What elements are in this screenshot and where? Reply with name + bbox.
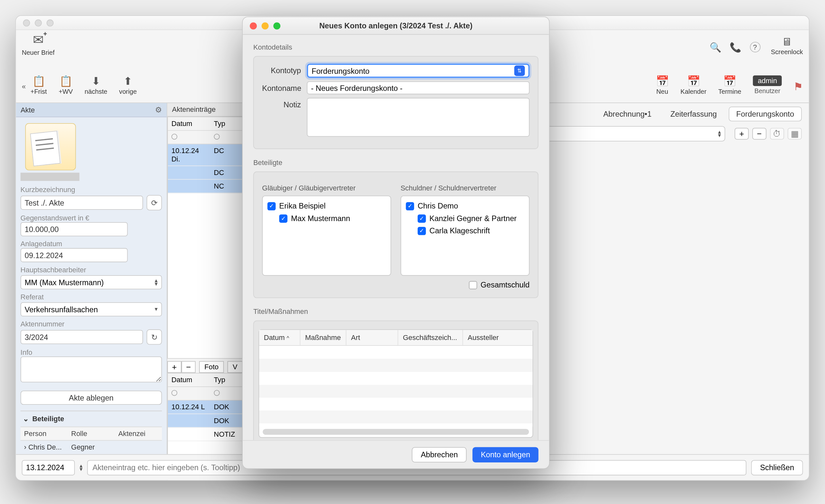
party-check[interactable]: ✓Carla Klageschrift <box>406 224 524 236</box>
date-input[interactable] <box>22 460 75 475</box>
schuldner-list: ✓Chris Demo ✓Kanzlei Gegner & Partner ✓C… <box>400 196 529 276</box>
help-icon[interactable]: ? <box>750 42 760 53</box>
prev-button[interactable]: ⬆vorige <box>119 75 137 95</box>
create-button[interactable]: Konto anlegen <box>472 447 538 462</box>
traffic-lights-disabled <box>23 19 54 26</box>
notiz-textarea[interactable] <box>307 98 529 137</box>
tab-forderungskonto[interactable]: Forderungskonto <box>729 107 802 122</box>
ablegen-button[interactable]: Akte ablegen <box>21 390 162 405</box>
kontoname-input[interactable] <box>307 81 529 94</box>
chevron-down-icon[interactable]: ⌄ <box>23 415 29 423</box>
stepper-icon[interactable]: ▴▾ <box>80 464 82 471</box>
col-datum[interactable]: Datum ^ <box>259 330 300 346</box>
party-check[interactable]: ✓Kanzlei Gegner & Partner <box>406 212 524 224</box>
remove-konto-button[interactable]: − <box>752 128 766 140</box>
kurz-label: Kurzbezeichnung <box>21 186 162 194</box>
tab-zeiterfassung[interactable]: Zeiterfassung <box>663 107 724 121</box>
radio-icon[interactable] <box>171 134 177 140</box>
titel-label: Titel/Maßnahmen <box>253 307 538 316</box>
col-art[interactable]: Art <box>347 330 398 346</box>
entry-row[interactable]: NOTIZ <box>168 428 242 441</box>
aktennr-input[interactable] <box>21 330 143 344</box>
glaeubiger-header: Gläubiger / Gläubigervertreter <box>262 184 391 192</box>
kontodetails-label: Kontodetails <box>253 43 538 51</box>
collapse-icon[interactable]: « <box>22 79 26 91</box>
radio-icon[interactable] <box>214 134 220 140</box>
close-button[interactable]: Schließen <box>751 460 803 475</box>
entries-panel: Akteneinträge DatumTyp 10.12.24 Di.DC DC… <box>167 103 243 480</box>
entries-table-top: DatumTyp 10.12.24 Di.DC DC NC <box>167 117 243 359</box>
clock-button[interactable]: ⏱ <box>770 128 784 140</box>
new-letter-icon[interactable]: ✉+ <box>33 32 44 48</box>
screenlock-label: Screenlock <box>771 48 803 56</box>
info-label: Info <box>21 348 162 356</box>
history-button[interactable]: ↻ <box>147 329 162 345</box>
anlagedatum-input[interactable] <box>21 248 128 262</box>
table-row[interactable]: › Chris De...Gegner <box>21 440 162 453</box>
anlagedatum-label: Anlagedatum <box>21 240 162 248</box>
flag-icon[interactable]: ⚑ <box>794 77 803 93</box>
calendar-plus-icon: 📅 <box>656 75 669 88</box>
referat-select[interactable]: Verkehrsunfallsachen▾ <box>21 302 162 316</box>
hsb-label: Hauptsachbearbeiter <box>21 266 162 274</box>
radio-icon[interactable] <box>214 390 220 396</box>
clipboard-icon: 📋 <box>59 75 72 88</box>
party-check[interactable]: ✓Erika Beispiel <box>268 200 386 212</box>
col-gz[interactable]: Geschäftszeich... <box>398 330 463 346</box>
entry-row[interactable]: NC <box>168 180 242 193</box>
wv-button[interactable]: 📋+WV <box>59 75 73 95</box>
kontotyp-label: Kontotyp <box>262 64 307 75</box>
neu-button[interactable]: 📅Neu <box>656 75 669 95</box>
phone-icon[interactable]: 📞 <box>730 42 742 53</box>
glaeubiger-list: ✓Erika Beispiel ✓Max Mustermann <box>262 196 391 276</box>
gsw-input[interactable] <box>21 222 128 236</box>
info-textarea[interactable] <box>21 356 162 382</box>
referat-label: Referat <box>21 293 162 301</box>
col-massnahme[interactable]: Maßnahme <box>300 330 347 346</box>
admin-badge: admin <box>753 75 782 86</box>
col-aussteller[interactable]: Aussteller <box>463 330 533 346</box>
scrollbar[interactable] <box>262 429 529 435</box>
party-check[interactable]: ✓Chris Demo <box>406 200 524 212</box>
remove-button[interactable]: − <box>181 361 196 373</box>
chevron-updown-icon: ⇅ <box>514 65 525 76</box>
entry-row[interactable]: DC <box>168 166 242 179</box>
settings-button[interactable]: ▦ <box>788 128 802 140</box>
new-letter-label: Neuer Brief <box>22 49 55 56</box>
termine-button[interactable]: 📅Termine <box>718 75 742 95</box>
schuldner-header: Schuldner / Schuldnervertreter <box>400 184 529 192</box>
cancel-button[interactable]: Abbrechen <box>412 447 467 462</box>
lock-icon: 🖥 <box>781 36 792 48</box>
calendar-icon: 📅 <box>687 75 700 88</box>
next-button[interactable]: ⬇nächste <box>85 75 107 95</box>
party-check[interactable]: ✓Max Mustermann <box>268 212 386 224</box>
kalender-button[interactable]: 📅Kalender <box>681 75 707 95</box>
screenlock-button[interactable]: 🖥 Screenlock <box>771 36 803 56</box>
upload-icon: ⬆ <box>124 75 132 88</box>
folder-icon <box>25 123 76 170</box>
aktennr-label: Aktennummer <box>21 320 162 329</box>
entry-row[interactable]: 10.12.24 LDOK <box>168 401 242 414</box>
hsb-select[interactable]: MM (Max Mustermann)▴▾ <box>21 275 162 289</box>
foto-button[interactable]: Foto <box>199 361 224 373</box>
add-konto-button[interactable]: + <box>735 128 749 140</box>
add-button[interactable]: + <box>167 361 181 373</box>
search-icon[interactable]: 🔍 <box>709 42 722 53</box>
titel-table-body <box>259 346 532 426</box>
tab-abrechnung[interactable]: Abrechnung•1 <box>596 107 659 121</box>
kontotyp-select[interactable]: Forderungskonto ⇅ <box>307 64 529 78</box>
entry-row[interactable]: DOK <box>168 414 242 428</box>
download-icon: ⬇ <box>91 75 100 88</box>
radio-icon[interactable] <box>171 390 177 396</box>
frist-button[interactable]: 📋+Frist <box>30 75 47 95</box>
gear-icon[interactable]: ⚙ <box>155 105 162 114</box>
gesamtschuld-checkbox[interactable] <box>469 281 477 289</box>
user-label: Benutzer <box>754 87 780 94</box>
entry-row[interactable]: 10.12.24 Di.DC <box>168 144 242 166</box>
refresh-button[interactable]: ⟳ <box>147 195 162 210</box>
v-button[interactable]: V <box>228 361 243 373</box>
kurz-input[interactable] <box>21 196 143 210</box>
gesamtschuld-label: Gesamtschuld <box>480 280 529 289</box>
user-menu[interactable]: admin Benutzer <box>753 75 782 94</box>
akte-header: Akte <box>21 106 35 114</box>
